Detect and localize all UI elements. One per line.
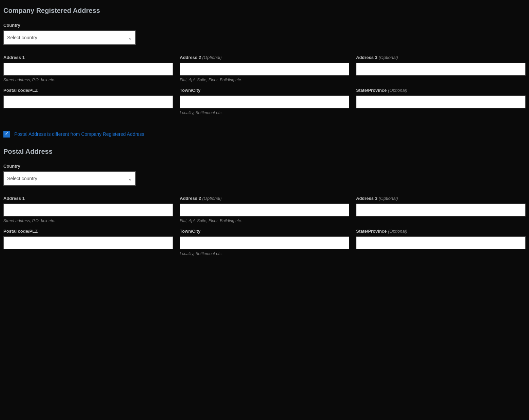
registered-state-col: State/Province (Optional)	[356, 88, 526, 121]
postal-address2-hint: Flat, Apt, Suite, Floor, Building etc.	[180, 218, 349, 223]
company-registered-address-section: Company Registered Address Country Selec…	[3, 7, 526, 121]
registered-address3-input[interactable]	[356, 63, 526, 76]
registered-country-row: Country Select country ⌄	[3, 23, 526, 45]
postal-address-title: Postal Address	[3, 148, 526, 155]
postal-address2-label: Address 2 (Optional)	[180, 196, 349, 201]
registered-country-select-wrapper: Select country ⌄	[3, 30, 136, 45]
postal-town-hint: Locality, Settlement etc.	[180, 251, 349, 256]
registered-address1-hint: Street address, P.O. box etc.	[3, 78, 173, 82]
postal-country-label: Country	[3, 164, 526, 169]
postal-address2-input[interactable]	[180, 204, 349, 216]
postal-postal-input[interactable]	[3, 236, 173, 249]
registered-address2-col: Address 2 (Optional) Flat, Apt, Suite, F…	[180, 55, 349, 88]
postal-address1-hint: Street address, P.O. box etc.	[3, 218, 173, 223]
postal-country-select[interactable]: Select country	[3, 171, 136, 186]
registered-state-label: State/Province (Optional)	[356, 88, 526, 93]
registered-address2-label: Address 2 (Optional)	[180, 55, 349, 60]
postal-state-label: State/Province (Optional)	[356, 229, 526, 234]
registered-address3-col: Address 3 (Optional)	[356, 55, 526, 88]
registered-address-row: Address 1 Street address, P.O. box etc. …	[3, 55, 526, 88]
postal-country-select-wrapper: Select country ⌄	[3, 171, 136, 186]
company-registered-address-title: Company Registered Address	[3, 7, 526, 15]
registered-address1-input[interactable]	[3, 63, 173, 76]
postal-postal-label: Postal code/PLZ	[3, 229, 173, 234]
registered-address1-group: Address 1 Street address, P.O. box etc.	[3, 55, 173, 82]
postal-state-group: State/Province (Optional)	[356, 229, 526, 249]
postal-country-row: Country Select country ⌄	[3, 164, 526, 186]
registered-postal-row: Postal code/PLZ Town/City Locality, Sett…	[3, 88, 526, 121]
registered-address2-hint: Flat, Apt, Suite, Floor, Building etc.	[180, 78, 349, 82]
registered-address1-col: Address 1 Street address, P.O. box etc.	[3, 55, 173, 88]
postal-town-input[interactable]	[180, 236, 349, 249]
registered-town-input[interactable]	[180, 96, 349, 108]
registered-town-hint: Locality, Settlement etc.	[180, 110, 349, 115]
registered-address2-group: Address 2 (Optional) Flat, Apt, Suite, F…	[180, 55, 349, 82]
postal-address3-input[interactable]	[356, 204, 526, 216]
postal-address-row: Address 1 Street address, P.O. box etc. …	[3, 196, 526, 229]
registered-town-group: Town/City Locality, Settlement etc.	[180, 88, 349, 115]
registered-address3-label: Address 3 (Optional)	[356, 55, 526, 60]
postal-state-col: State/Province (Optional)	[356, 229, 526, 261]
postal-different-checkbox[interactable]	[3, 131, 10, 138]
registered-postal-label: Postal code/PLZ	[3, 88, 173, 93]
registered-state-input[interactable]	[356, 96, 526, 108]
registered-address2-input[interactable]	[180, 63, 349, 76]
registered-postal-col: Postal code/PLZ	[3, 88, 173, 121]
postal-postal-row: Postal code/PLZ Town/City Locality, Sett…	[3, 229, 526, 261]
postal-address1-group: Address 1 Street address, P.O. box etc.	[3, 196, 173, 223]
postal-different-label: Postal Address is different from Company…	[14, 131, 144, 137]
postal-address1-col: Address 1 Street address, P.O. box etc.	[3, 196, 173, 229]
registered-postal-group: Postal code/PLZ	[3, 88, 173, 108]
registered-state-group: State/Province (Optional)	[356, 88, 526, 108]
postal-state-input[interactable]	[356, 236, 526, 249]
postal-different-checkbox-row: Postal Address is different from Company…	[3, 131, 526, 138]
postal-address3-group: Address 3 (Optional)	[356, 196, 526, 216]
postal-address-section: Postal Address Country Select country ⌄ …	[3, 148, 526, 261]
registered-postal-input[interactable]	[3, 96, 173, 108]
postal-town-group: Town/City Locality, Settlement etc.	[180, 229, 349, 256]
registered-town-label: Town/City	[180, 88, 349, 93]
postal-address1-input[interactable]	[3, 204, 173, 216]
registered-address1-label: Address 1	[3, 55, 173, 60]
registered-address3-group: Address 3 (Optional)	[356, 55, 526, 76]
postal-address3-col: Address 3 (Optional)	[356, 196, 526, 229]
postal-town-col: Town/City Locality, Settlement etc.	[180, 229, 349, 261]
postal-address3-label: Address 3 (Optional)	[356, 196, 526, 201]
postal-address2-group: Address 2 (Optional) Flat, Apt, Suite, F…	[180, 196, 349, 223]
postal-postal-group: Postal code/PLZ	[3, 229, 173, 249]
postal-postal-col: Postal code/PLZ	[3, 229, 173, 261]
registered-town-col: Town/City Locality, Settlement etc.	[180, 88, 349, 121]
registered-country-label: Country	[3, 23, 526, 28]
postal-address1-label: Address 1	[3, 196, 173, 201]
postal-town-label: Town/City	[180, 229, 349, 234]
postal-address2-col: Address 2 (Optional) Flat, Apt, Suite, F…	[180, 196, 349, 229]
registered-country-select[interactable]: Select country	[3, 30, 136, 45]
